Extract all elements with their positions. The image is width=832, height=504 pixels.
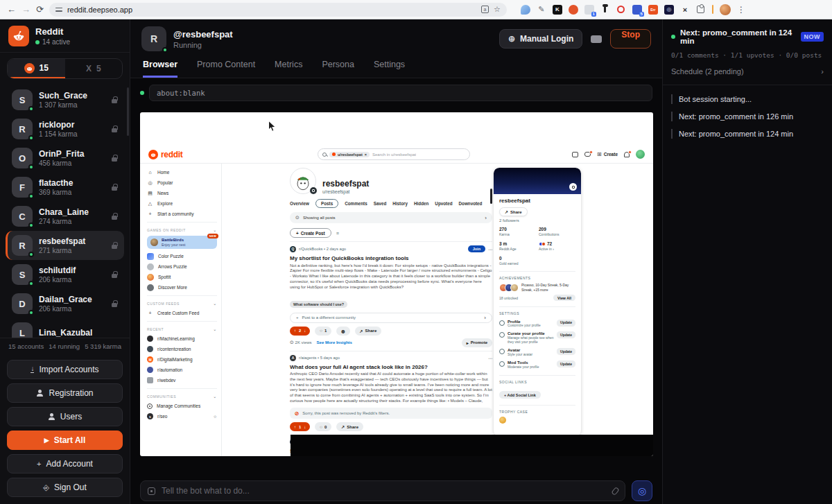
create-post-button[interactable]: ⊞Create bbox=[597, 151, 618, 157]
chip-close-icon[interactable]: × bbox=[365, 153, 367, 157]
recent-subreddit[interactable]: r/automation bbox=[147, 365, 217, 375]
ext-opera-icon[interactable] bbox=[616, 5, 626, 15]
post-meta[interactable]: r/aiagents • 5 days ago bbox=[299, 356, 340, 360]
tab-reddit[interactable]: 15 bbox=[8, 59, 65, 78]
view-all-button[interactable]: View All bbox=[553, 295, 575, 301]
post-menu-icon[interactable]: ⋯ bbox=[488, 247, 492, 252]
address-bar[interactable]: reddit.deepseo.app a ☆ bbox=[49, 3, 507, 17]
post-meta[interactable]: r/QuickBooks • 2 days ago bbox=[299, 247, 346, 251]
attachment-paperclip-icon[interactable] bbox=[611, 487, 619, 496]
account-row[interactable]: L Lina_Kazubal bbox=[6, 318, 124, 338]
update-button[interactable]: Update bbox=[557, 320, 575, 326]
sort-icon[interactable]: ≡ bbox=[336, 231, 339, 236]
ext-pin-icon[interactable] bbox=[600, 5, 610, 15]
share-button[interactable]: ↗Share bbox=[336, 422, 363, 431]
award-button[interactable]: ◍ bbox=[336, 327, 349, 336]
account-list[interactable]: S Such_Grace1 307 karma R ricklopor1 154… bbox=[0, 82, 130, 338]
send-button[interactable]: ◎ bbox=[632, 480, 652, 501]
custom-feeds-header[interactable]: CUSTOM FEEDS⌄ bbox=[147, 299, 217, 308]
ext-quill-icon[interactable]: ✎ bbox=[537, 5, 546, 15]
tab-hidden[interactable]: Hidden bbox=[414, 201, 428, 206]
ext-atom-icon[interactable]: ◎ bbox=[664, 5, 674, 15]
reddit-chat-icon[interactable] bbox=[584, 152, 591, 157]
showing-all-posts-bar[interactable]: ⊙ Showing all posts › bbox=[290, 212, 492, 223]
game-battlebirds[interactable]: BattleBirdsEnjoy your nest NEW bbox=[147, 236, 217, 249]
community-seo[interactable]: sr/seo☆ bbox=[147, 411, 217, 422]
update-button[interactable]: Update bbox=[557, 331, 575, 338]
edit-avatar-icon[interactable] bbox=[310, 187, 317, 194]
create-post-pill[interactable]: +Create Post bbox=[290, 228, 331, 238]
update-button[interactable]: Update bbox=[557, 348, 575, 354]
stop-button[interactable]: Stop bbox=[610, 29, 651, 49]
import-accounts-button[interactable]: ↓Import Accounts bbox=[7, 360, 123, 379]
tab-settings[interactable]: Settings bbox=[374, 60, 405, 78]
edit-banner-camera-icon[interactable] bbox=[569, 183, 577, 191]
recent-subreddit[interactable]: Mr/DigitalMarketing bbox=[147, 354, 217, 365]
games-section-header[interactable]: GAMES ON REDDIT⌄ bbox=[147, 225, 217, 234]
see-more-insights-link[interactable]: See More Insights bbox=[317, 340, 352, 345]
tab-promo-content[interactable]: Promo Content bbox=[197, 60, 255, 78]
tab-saved[interactable]: Saved bbox=[374, 201, 387, 206]
post-menu-icon[interactable]: ⋯ bbox=[488, 356, 492, 360]
ext-tools-icon[interactable]: × bbox=[680, 5, 690, 15]
game-arrows-puzzle[interactable]: Arrows Puzzle bbox=[147, 261, 217, 272]
advertise-icon[interactable] bbox=[572, 152, 578, 157]
comments-button[interactable]: ◌1 bbox=[315, 327, 331, 336]
reddit-search-bar[interactable]: u/resbeefspat× Search in u/resbeefspat bbox=[318, 148, 470, 160]
promote-button[interactable]: ▸Promote bbox=[462, 338, 492, 347]
tab-posts[interactable]: Posts bbox=[315, 199, 338, 208]
update-button[interactable]: Update bbox=[557, 360, 575, 367]
ext-err-icon[interactable]: Err bbox=[648, 5, 658, 15]
account-row-selected[interactable]: R resbeefspat271 karma bbox=[6, 231, 124, 260]
account-row[interactable]: F flatacthe369 karma bbox=[6, 173, 124, 202]
tab-x[interactable]: X 5 bbox=[65, 59, 123, 78]
account-row[interactable]: C Chara_Laine274 karma bbox=[6, 202, 124, 231]
bot-command-input-wrap[interactable] bbox=[140, 480, 625, 501]
recent-header[interactable]: RECENT⌄ bbox=[147, 324, 217, 333]
embedded-url-bar[interactable]: about:blank bbox=[149, 85, 652, 101]
communities-header[interactable]: COMMUNITIES⌄ bbox=[147, 392, 217, 401]
game-color-puzzle[interactable]: Color Puzzle bbox=[147, 251, 217, 261]
notifications-bell-icon[interactable] bbox=[624, 152, 630, 157]
ext-blue-icon[interactable]: 5 bbox=[632, 5, 642, 15]
chat-bubble-icon[interactable] bbox=[591, 35, 602, 43]
browser-menu-icon[interactable]: ⋮ bbox=[737, 5, 745, 15]
nav-start-community[interactable]: +Start a community bbox=[147, 209, 217, 219]
nav-popular[interactable]: ◎Popular bbox=[147, 177, 217, 188]
account-row[interactable]: S Such_Grace1 307 karma bbox=[6, 85, 124, 114]
game-discover-more[interactable]: Discover More bbox=[147, 282, 217, 293]
join-button[interactable]: Join bbox=[468, 245, 485, 252]
tab-persona[interactable]: Persona bbox=[322, 60, 354, 78]
favorite-star-icon[interactable]: ☆ bbox=[214, 414, 217, 419]
back-icon[interactable]: ← bbox=[7, 5, 16, 14]
add-account-button[interactable]: +Add Account bbox=[7, 454, 123, 473]
add-social-link-button[interactable]: + Add Social Link bbox=[499, 391, 541, 399]
sign-out-button[interactable]: ⎆Sign Out bbox=[7, 478, 123, 497]
forward-icon[interactable]: → bbox=[21, 5, 31, 14]
tab-comments[interactable]: Comments bbox=[345, 201, 367, 206]
card-share-button[interactable]: ↗Share bbox=[499, 207, 528, 216]
nav-news[interactable]: ▤News bbox=[147, 188, 217, 198]
users-button[interactable]: Users bbox=[7, 407, 123, 426]
manage-communities[interactable]: Manage Communities bbox=[147, 401, 217, 411]
bot-command-input[interactable] bbox=[162, 486, 607, 496]
schedule-toggle[interactable]: Schedule (2 pending) › bbox=[671, 67, 824, 85]
tab-history[interactable]: History bbox=[392, 201, 408, 206]
vote-pill[interactable]: ↑2↓ bbox=[290, 327, 310, 336]
reddit-user-avatar[interactable] bbox=[636, 150, 645, 159]
page-scrollbar-thumb[interactable] bbox=[490, 189, 492, 204]
recent-subreddit[interactable]: r/webdev bbox=[147, 375, 217, 385]
comments-button[interactable]: ◌0 bbox=[315, 422, 331, 431]
extensions-puzzle-icon[interactable] bbox=[696, 5, 706, 15]
reddit-site-logo[interactable]: reddit bbox=[148, 150, 183, 159]
stat-active-in[interactable]: 72Active in › bbox=[539, 241, 575, 251]
tab-overview[interactable]: Overview bbox=[290, 201, 309, 206]
url-text[interactable]: reddit.deepseo.app bbox=[67, 6, 476, 14]
ext-k-icon[interactable]: K bbox=[553, 5, 562, 15]
ext-red-circle-icon[interactable] bbox=[569, 5, 578, 15]
start-all-button[interactable]: ▶Start All bbox=[7, 431, 123, 450]
manual-login-button[interactable]: ⊕Manual Login bbox=[499, 29, 582, 49]
ext-gray-icon[interactable]: 1 bbox=[584, 5, 594, 15]
crosspost-bar[interactable]: +Post to a different community› bbox=[290, 313, 492, 323]
search-scope-chip[interactable]: u/resbeefspat× bbox=[329, 152, 370, 157]
